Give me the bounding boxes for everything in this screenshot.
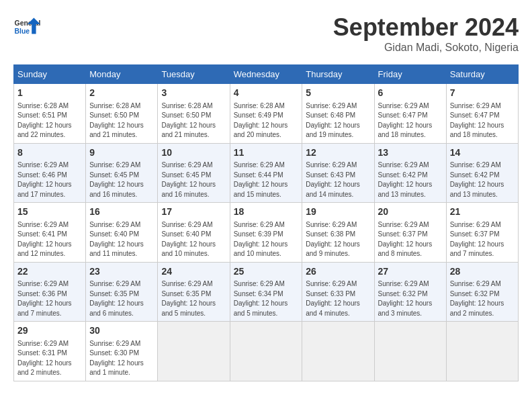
day-number: 24 (161, 265, 226, 279)
day-number: 25 (234, 265, 299, 279)
calendar-cell: 22Sunrise: 6:29 AM Sunset: 6:36 PM Dayli… (14, 262, 86, 322)
weekday-header-row: SundayMondayTuesdayWednesdayThursdayFrid… (14, 65, 519, 84)
day-info: Sunrise: 6:29 AM Sunset: 6:37 PM Dayligh… (378, 220, 443, 259)
day-number: 22 (17, 265, 82, 279)
day-number: 9 (89, 146, 154, 160)
day-number: 26 (306, 265, 370, 279)
weekday-header: Friday (374, 65, 446, 84)
day-info: Sunrise: 6:29 AM Sunset: 6:44 PM Dayligh… (234, 161, 299, 199)
day-number: 18 (234, 205, 299, 219)
day-number: 17 (161, 205, 226, 219)
calendar-cell: 19Sunrise: 6:29 AM Sunset: 6:38 PM Dayli… (302, 203, 374, 263)
day-number: 20 (378, 205, 443, 219)
day-number: 2 (89, 87, 154, 100)
calendar-cell: 30Sunrise: 6:29 AM Sunset: 6:30 PM Dayli… (86, 322, 158, 381)
page-header: General Blue September 2024 Gidan Madi, … (13, 13, 519, 54)
calendar-cell: 7Sunrise: 6:29 AM Sunset: 6:47 PM Daylig… (446, 84, 518, 144)
day-info: Sunrise: 6:29 AM Sunset: 6:39 PM Dayligh… (234, 220, 299, 259)
day-number: 3 (161, 87, 226, 100)
calendar-cell: 13Sunrise: 6:29 AM Sunset: 6:42 PM Dayli… (374, 143, 446, 203)
weekday-header: Sunday (14, 65, 86, 84)
calendar-cell: 16Sunrise: 6:29 AM Sunset: 6:40 PM Dayli… (86, 203, 158, 263)
day-number: 16 (89, 205, 154, 219)
day-info: Sunrise: 6:29 AM Sunset: 6:43 PM Dayligh… (306, 161, 370, 199)
calendar-cell: 14Sunrise: 6:29 AM Sunset: 6:42 PM Dayli… (446, 143, 518, 203)
day-info: Sunrise: 6:29 AM Sunset: 6:46 PM Dayligh… (17, 161, 82, 199)
day-info: Sunrise: 6:29 AM Sunset: 6:36 PM Dayligh… (17, 279, 82, 318)
logo-icon: General Blue (13, 13, 40, 40)
day-info: Sunrise: 6:29 AM Sunset: 6:40 PM Dayligh… (89, 220, 154, 259)
calendar-cell (374, 322, 446, 381)
day-info: Sunrise: 6:29 AM Sunset: 6:34 PM Dayligh… (234, 279, 299, 318)
day-info: Sunrise: 6:29 AM Sunset: 6:40 PM Dayligh… (161, 220, 226, 259)
calendar-week-row: 29Sunrise: 6:29 AM Sunset: 6:31 PM Dayli… (14, 322, 519, 381)
calendar-cell: 1Sunrise: 6:28 AM Sunset: 6:51 PM Daylig… (14, 84, 86, 144)
calendar-cell (158, 322, 230, 381)
calendar-week-row: 1Sunrise: 6:28 AM Sunset: 6:51 PM Daylig… (14, 84, 519, 144)
day-number: 5 (306, 87, 370, 100)
day-info: Sunrise: 6:29 AM Sunset: 6:45 PM Dayligh… (161, 161, 226, 199)
day-number: 29 (17, 324, 82, 338)
calendar-cell: 27Sunrise: 6:29 AM Sunset: 6:32 PM Dayli… (374, 262, 446, 322)
day-info: Sunrise: 6:29 AM Sunset: 6:32 PM Dayligh… (378, 279, 443, 318)
calendar-cell: 26Sunrise: 6:29 AM Sunset: 6:33 PM Dayli… (302, 262, 374, 322)
weekday-header: Thursday (302, 65, 374, 84)
calendar-cell: 4Sunrise: 6:28 AM Sunset: 6:49 PM Daylig… (230, 84, 302, 144)
day-info: Sunrise: 6:28 AM Sunset: 6:51 PM Dayligh… (17, 101, 82, 140)
day-number: 1 (17, 87, 82, 100)
day-number: 15 (17, 205, 82, 219)
day-info: Sunrise: 6:29 AM Sunset: 6:37 PM Dayligh… (450, 220, 515, 259)
day-info: Sunrise: 6:29 AM Sunset: 6:48 PM Dayligh… (306, 101, 370, 140)
day-info: Sunrise: 6:29 AM Sunset: 6:35 PM Dayligh… (161, 279, 226, 318)
calendar-cell: 15Sunrise: 6:29 AM Sunset: 6:41 PM Dayli… (14, 203, 86, 263)
day-number: 12 (306, 146, 370, 160)
day-info: Sunrise: 6:29 AM Sunset: 6:31 PM Dayligh… (17, 339, 82, 378)
day-number: 30 (89, 324, 154, 338)
calendar-cell: 12Sunrise: 6:29 AM Sunset: 6:43 PM Dayli… (302, 143, 374, 203)
day-info: Sunrise: 6:29 AM Sunset: 6:42 PM Dayligh… (378, 161, 443, 199)
day-info: Sunrise: 6:28 AM Sunset: 6:50 PM Dayligh… (89, 101, 154, 140)
day-info: Sunrise: 6:28 AM Sunset: 6:49 PM Dayligh… (234, 101, 299, 140)
logo: General Blue (13, 13, 40, 40)
calendar-cell: 10Sunrise: 6:29 AM Sunset: 6:45 PM Dayli… (158, 143, 230, 203)
day-number: 28 (450, 265, 515, 279)
day-number: 21 (450, 205, 515, 219)
calendar-cell: 3Sunrise: 6:28 AM Sunset: 6:50 PM Daylig… (158, 84, 230, 144)
day-number: 27 (378, 265, 443, 279)
day-info: Sunrise: 6:29 AM Sunset: 6:45 PM Dayligh… (89, 161, 154, 199)
weekday-header: Tuesday (158, 65, 230, 84)
calendar-cell (302, 322, 374, 381)
calendar-cell: 18Sunrise: 6:29 AM Sunset: 6:39 PM Dayli… (230, 203, 302, 263)
weekday-header: Monday (86, 65, 158, 84)
day-number: 23 (89, 265, 154, 279)
calendar-cell: 24Sunrise: 6:29 AM Sunset: 6:35 PM Dayli… (158, 262, 230, 322)
calendar-cell (230, 322, 302, 381)
day-info: Sunrise: 6:29 AM Sunset: 6:30 PM Dayligh… (89, 339, 154, 378)
calendar-cell: 23Sunrise: 6:29 AM Sunset: 6:35 PM Dayli… (86, 262, 158, 322)
day-info: Sunrise: 6:29 AM Sunset: 6:35 PM Dayligh… (89, 279, 154, 318)
calendar-cell: 9Sunrise: 6:29 AM Sunset: 6:45 PM Daylig… (86, 143, 158, 203)
calendar-cell: 21Sunrise: 6:29 AM Sunset: 6:37 PM Dayli… (446, 203, 518, 263)
calendar-cell: 17Sunrise: 6:29 AM Sunset: 6:40 PM Dayli… (158, 203, 230, 263)
calendar-week-row: 15Sunrise: 6:29 AM Sunset: 6:41 PM Dayli… (14, 203, 519, 263)
day-number: 10 (161, 146, 226, 160)
calendar-week-row: 22Sunrise: 6:29 AM Sunset: 6:36 PM Dayli… (14, 262, 519, 322)
day-number: 13 (378, 146, 443, 160)
day-number: 4 (234, 87, 299, 100)
day-info: Sunrise: 6:29 AM Sunset: 6:38 PM Dayligh… (306, 220, 370, 259)
calendar-cell: 5Sunrise: 6:29 AM Sunset: 6:48 PM Daylig… (302, 84, 374, 144)
day-number: 14 (450, 146, 515, 160)
day-number: 8 (17, 146, 82, 160)
day-info: Sunrise: 6:29 AM Sunset: 6:32 PM Dayligh… (450, 279, 515, 318)
day-info: Sunrise: 6:29 AM Sunset: 6:33 PM Dayligh… (306, 279, 370, 318)
calendar-week-row: 8Sunrise: 6:29 AM Sunset: 6:46 PM Daylig… (14, 143, 519, 203)
calendar-cell: 2Sunrise: 6:28 AM Sunset: 6:50 PM Daylig… (86, 84, 158, 144)
day-number: 19 (306, 205, 370, 219)
weekday-header: Saturday (446, 65, 518, 84)
calendar-cell: 28Sunrise: 6:29 AM Sunset: 6:32 PM Dayli… (446, 262, 518, 322)
day-info: Sunrise: 6:29 AM Sunset: 6:47 PM Dayligh… (450, 101, 515, 140)
month-title: September 2024 (333, 13, 519, 42)
day-number: 7 (450, 87, 515, 100)
calendar-cell: 25Sunrise: 6:29 AM Sunset: 6:34 PM Dayli… (230, 262, 302, 322)
title-area: September 2024 Gidan Madi, Sokoto, Niger… (333, 13, 519, 54)
